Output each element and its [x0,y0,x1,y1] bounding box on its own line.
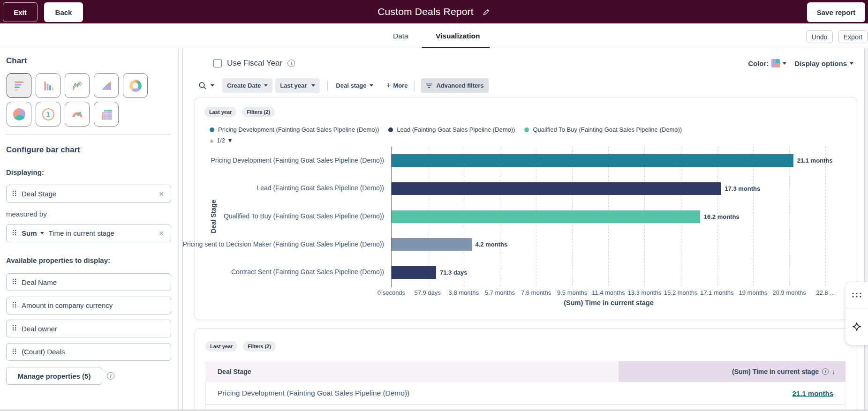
column-header-time-in-stage[interactable]: (Sum) Time in current stage i ↓ [619,361,845,382]
manage-properties-button[interactable]: Manage properties (5) [6,367,102,385]
bar-2[interactable] [392,182,721,195]
chart-type-gauge[interactable] [65,102,90,127]
advanced-filters-button[interactable]: Advanced filters [421,78,488,93]
value-drilldown-link[interactable]: 21.1 months [792,389,833,397]
chart-type-pie[interactable] [7,102,31,127]
sidebar-divider [6,135,171,135]
cell-deal-stage: Pricing Development (Fainting Goat Sales… [206,382,619,404]
tab-data[interactable]: Data [393,23,408,48]
tab-bar: Data Visualization Undo Export [0,23,868,48]
legend-page-down-icon[interactable]: ▼ [227,137,233,144]
remove-measure-icon[interactable]: ✕ [159,230,164,237]
grid-dots-button[interactable] [845,282,868,308]
measure-field[interactable]: Sum Time in current stage ✕ [6,224,171,242]
top-bar: Exit Back Custom Deals Report Save repor… [0,0,868,23]
drag-handle-icon[interactable] [12,324,16,333]
drag-handle-icon[interactable] [12,229,16,238]
bar-3[interactable] [392,210,700,223]
date-range-pill[interactable]: Last year [204,107,236,117]
undo-button[interactable]: Undo [806,30,833,43]
floating-side-panel [845,282,868,345]
exit-button[interactable]: Exit [3,2,38,22]
sidebar-scrollbar[interactable] [178,48,182,410]
report-title: Custom Deals Report [377,6,474,17]
displaying-field[interactable]: Deal Stage ✕ [6,185,171,203]
date-range-filter-button[interactable]: Last year [275,78,320,93]
cell-value: 21.1 months [619,382,845,404]
filter-divider [415,81,415,91]
x-tick-label: 22.8 ... [816,289,835,296]
chart-type-donut[interactable] [123,73,148,98]
use-fiscal-year-checkbox[interactable] [213,59,222,67]
use-fiscal-year-label: Use Fiscal Year [227,59,282,68]
x-tick-label: 0 seconds [377,289,405,296]
edit-title-pencil-icon[interactable] [483,8,491,16]
vertical-scrollbar[interactable] [864,48,868,410]
gridline [753,147,754,287]
main-area: Use Fiscal Year i Color: Display options [183,48,868,410]
bar-value-label: 16.2 months [704,213,740,220]
remove-displaying-icon[interactable]: ✕ [159,191,164,197]
chart-type-line[interactable] [65,73,90,98]
ai-sparkle-button[interactable] [845,308,868,344]
chevron-down-icon[interactable] [783,62,786,65]
displaying-field-label: Deal Stage [22,190,56,198]
x-tick-label: 9.5 months [557,289,587,296]
x-tick-label: 3.8 months [449,289,479,296]
category-label: Pricing Development (Fainting Goat Sales… [211,157,384,164]
chart-card-pills: Last year Filters (2) [204,107,275,117]
property-field[interactable]: Deal Name [6,273,171,291]
search-chevron-down-icon[interactable] [211,84,214,87]
bar-value-label: 4.2 months [476,241,508,248]
bar-1[interactable] [392,154,793,167]
legend-dot-icon [210,127,214,132]
deal-stage-filter-button[interactable]: Deal stage [336,82,373,89]
back-button[interactable]: Back [44,2,83,22]
property-field[interactable]: (Count) Deals [6,343,171,361]
bar-5[interactable] [392,266,436,279]
filters-pill[interactable]: Filters (2) [243,341,276,351]
color-palette-swatch[interactable] [771,59,780,67]
legend-item[interactable]: Pricing Development (Fainting Goat Sales… [210,126,379,133]
drag-handle-icon[interactable] [12,301,16,310]
filters-pill[interactable]: Filters (2) [242,107,275,117]
filter-divider [327,81,328,91]
chart-type-single-value[interactable]: 1 [36,102,60,127]
summary-table: Deal Stage (Sum) Time in current stage i… [205,361,845,410]
display-options-dropdown[interactable]: Display options [794,60,847,67]
chart-type-area[interactable] [94,73,119,98]
chart-type-table[interactable] [94,102,119,127]
sort-desc-arrow-icon[interactable]: ↓ [832,368,835,375]
drag-handle-icon[interactable] [12,348,16,356]
chevron-down-icon[interactable] [850,62,853,65]
legend-page-up-icon[interactable]: ▲ [209,137,215,144]
drag-handle-icon[interactable] [12,190,16,198]
save-report-button[interactable]: Save report [807,2,865,22]
gridline [717,147,717,287]
legend-label: Pricing Development (Fainting Goat Sales… [218,126,379,133]
legend-item[interactable]: Lead (Fainting Goat Sales Pipeline (Demo… [388,126,515,133]
chart-type-column[interactable] [36,73,60,98]
property-field[interactable]: Amount in company currency [6,297,171,314]
property-field[interactable]: Deal owner [6,320,171,337]
search-icon[interactable] [198,82,207,90]
create-date-filter-button[interactable]: Create Date [222,78,272,93]
column-info-icon[interactable]: i [822,368,829,375]
date-range-pill[interactable]: Last year [205,341,237,351]
x-tick-label: 57.9 days [414,289,440,296]
table-row-partial [205,405,845,410]
tab-visualization[interactable]: Visualization [436,23,480,48]
more-filters-button[interactable]: + More [386,82,408,90]
chart-type-horizontal-bar[interactable] [7,73,31,98]
gridline [789,147,790,287]
column-header-deal-stage[interactable]: Deal Stage [205,361,619,382]
drag-handle-icon[interactable] [12,278,16,286]
manage-properties-info-icon[interactable]: i [107,372,114,380]
measured-by-label: measured by [6,210,47,218]
bar-4[interactable] [392,238,472,251]
export-button[interactable]: Export [838,30,868,43]
filter-lines-icon [426,83,432,89]
fiscal-year-info-icon[interactable]: i [287,60,295,67]
aggregation-dropdown[interactable]: Sum [22,229,44,237]
legend-item[interactable]: Qualified To Buy (Fainting Goat Sales Pi… [524,126,682,133]
